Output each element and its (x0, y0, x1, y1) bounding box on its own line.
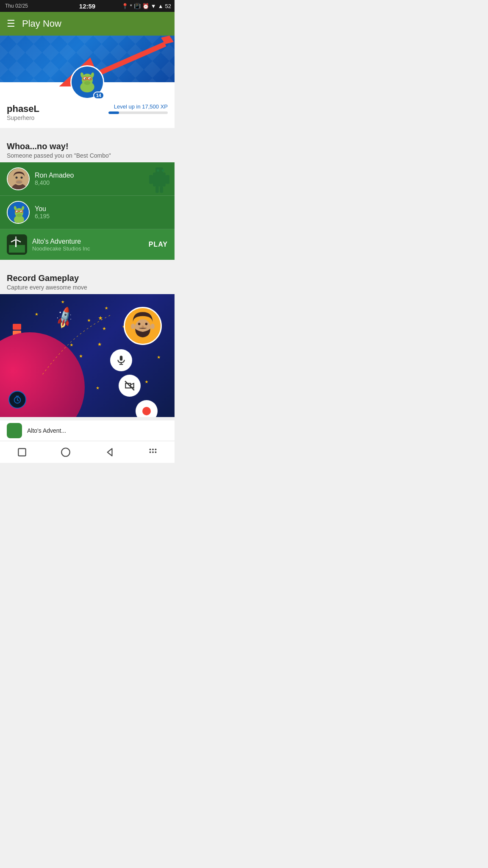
svg-point-79 (155, 451, 156, 453)
battery-icon: 52 (165, 3, 171, 9)
svg-point-22 (16, 181, 22, 184)
star-trail (34, 311, 127, 379)
svg-point-62 (145, 323, 148, 326)
mic-button[interactable] (110, 349, 132, 371)
status-icons: 📍 * 📳 ⏰ ▼ ▲ 52 (122, 3, 171, 9)
profile-rank: Superhero (7, 114, 39, 121)
play-button[interactable]: PLAY (149, 241, 168, 248)
svg-line-1 (97, 44, 165, 74)
alarm-icon: ⏰ (142, 3, 149, 9)
svg-point-10 (89, 78, 91, 79)
app-drawer-button[interactable] (147, 447, 158, 458)
square-icon (17, 447, 28, 458)
record-dot (142, 407, 151, 415)
svg-rect-29 (155, 186, 159, 193)
svg-marker-73 (107, 448, 112, 456)
bluetooth-icon: * (130, 3, 132, 9)
record-image: 🚀 (0, 294, 175, 417)
svg-point-6 (84, 81, 91, 85)
menu-icon[interactable]: ☰ (7, 18, 15, 29)
svg-marker-2 (161, 36, 174, 44)
svg-point-64 (131, 323, 135, 329)
svg-point-72 (61, 448, 70, 456)
player-row-ron: Ron Amadeo 8,400 (0, 162, 175, 196)
space-scene: 🚀 (0, 294, 175, 417)
record-section-header: Record Gameplay Capture every awesome mo… (0, 267, 175, 294)
record-avatar (124, 307, 162, 345)
toolbar: ☰ Play Now (0, 12, 175, 36)
signal-icon: ▲ (158, 3, 164, 9)
svg-marker-53 (98, 342, 102, 346)
svg-rect-30 (160, 186, 163, 193)
svg-point-78 (152, 451, 154, 453)
home-button[interactable] (60, 447, 71, 458)
svg-point-26 (162, 169, 164, 172)
back-button[interactable] (104, 447, 115, 458)
level-up-text: Level up in 17,500 XP (114, 103, 168, 110)
svg-line-57 (17, 400, 19, 401)
status-time: 12:59 (79, 3, 95, 10)
svg-point-20 (16, 177, 18, 179)
bottom-game-icon (7, 423, 22, 438)
you-name: You (35, 205, 168, 213)
svg-marker-54 (79, 354, 83, 358)
status-bar: Thu 02/25 12:59 📍 * 📳 ⏰ ▼ ▲ 52 (0, 0, 175, 12)
game-info: Alto's Adventure Noodlecake Studios Inc (32, 238, 144, 252)
recent-apps-button[interactable] (17, 447, 28, 458)
svg-line-70 (125, 381, 134, 390)
competition-subtitle: Someone passed you on "Best Combo" (7, 152, 168, 159)
you-score: 6,195 (35, 213, 168, 220)
competition-section-header: Whoa...no way! Someone passed you on "Be… (0, 135, 175, 162)
altos-adventure-icon (7, 234, 27, 255)
avatar-container[interactable]: 14 (70, 65, 104, 99)
nav-bar (0, 441, 175, 463)
game-developer: Noodlecake Studios Inc (32, 245, 144, 252)
status-date: Thu 02/25 (5, 3, 28, 9)
star-2 (105, 306, 108, 310)
you-avatar (7, 201, 30, 224)
svg-rect-66 (120, 356, 123, 361)
clock-icon (13, 395, 22, 404)
player-row-you: You 6,195 (0, 196, 175, 229)
svg-marker-51 (98, 316, 103, 320)
svg-point-74 (149, 448, 151, 450)
svg-point-61 (138, 323, 141, 326)
svg-rect-23 (153, 172, 166, 186)
xp-bar (108, 111, 168, 114)
star-5 (96, 387, 100, 390)
competition-title: Whoa...no way! (7, 142, 168, 151)
game-icon (7, 234, 27, 255)
ron-face-icon (8, 168, 30, 190)
you-info: You 6,195 (35, 205, 168, 220)
svg-point-9 (85, 78, 86, 79)
svg-point-21 (21, 177, 23, 179)
bottom-game-name: Alto's Advent... (27, 427, 66, 434)
svg-point-65 (151, 323, 155, 329)
camera-off-button[interactable] (119, 375, 141, 397)
you-llama-icon (8, 202, 30, 224)
location-icon: 📍 (122, 3, 128, 9)
star-10 (145, 380, 148, 384)
record-title: Record Gameplay (7, 273, 168, 283)
svg-marker-52 (103, 327, 106, 330)
ron-avatar (7, 167, 30, 190)
hero-banner: 14 (0, 36, 175, 82)
svg-rect-71 (18, 448, 25, 456)
record-subtitle: Capture every awesome move (7, 284, 168, 291)
profile-details: phaseL Superhero (7, 103, 39, 121)
bearded-face-icon (125, 307, 161, 345)
svg-point-34 (17, 214, 22, 217)
competition-rows: Ron Amadeo 8,400 (0, 162, 175, 260)
svg-rect-28 (166, 175, 169, 184)
dots-grid-icon (147, 447, 158, 458)
timer-button[interactable] (8, 391, 26, 409)
camera-off-icon (124, 380, 135, 391)
page-title: Play Now (22, 18, 61, 29)
svg-point-50 (15, 239, 17, 240)
bottom-partial-row: Alto's Advent... (0, 420, 175, 441)
vibrate-icon: 📳 (134, 3, 141, 9)
record-button[interactable] (136, 400, 158, 417)
star-9 (157, 356, 161, 359)
wifi-icon: ▼ (151, 3, 156, 9)
svg-rect-45 (9, 245, 25, 253)
